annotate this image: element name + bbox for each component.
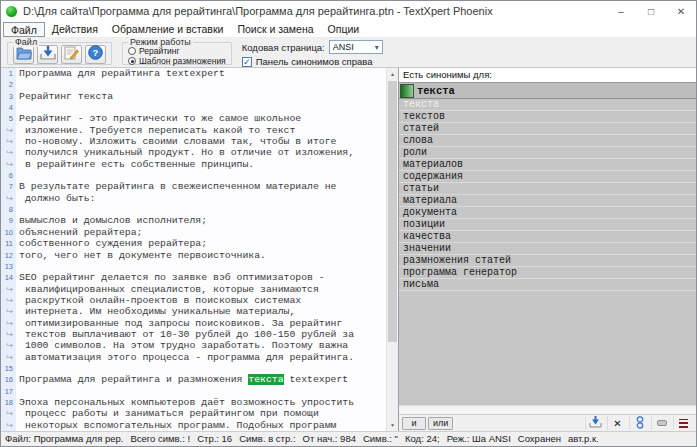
wrap-icon: ↪ — [1, 147, 16, 158]
save-button[interactable] — [37, 45, 58, 64]
editor-line-text: некоторых вспомогательных программ. Подо… — [16, 420, 336, 431]
mode-option[interactable]: Шаблон размножения — [128, 56, 226, 66]
line-number: 16 — [1, 374, 16, 385]
maximize-button[interactable]: □ — [636, 1, 666, 21]
chevron-down-icon: ▾ — [375, 43, 379, 52]
editor-row: 18Эпоха персональных компьютеров даёт во… — [1, 397, 386, 408]
synonym-query-row[interactable]: текста — [399, 82, 696, 99]
line-number: 5 — [1, 113, 16, 124]
help-button[interactable]: ? — [85, 45, 106, 64]
wrap-icon: ↪ — [1, 295, 16, 306]
eraser-button[interactable] — [651, 416, 671, 430]
synonym-item[interactable]: статьи — [399, 183, 696, 195]
open-button[interactable] — [13, 45, 34, 64]
editor-scrollbar[interactable]: ▲ ▼ — [386, 68, 398, 431]
synonym-item[interactable]: позиции — [399, 219, 696, 231]
menu-item[interactable]: Действия — [45, 22, 105, 37]
app-icon — [6, 6, 17, 17]
synonyms-list: текстатекстовстатейсловаролиматериаловсо… — [399, 99, 696, 405]
editor-row: 1Программа для рерайтинга textexpert — [1, 68, 386, 79]
chain-button[interactable] — [629, 416, 649, 430]
synonym-item[interactable]: статей — [399, 123, 696, 135]
line-number: 13 — [1, 261, 16, 272]
mode-option[interactable]: Рерайтинг — [128, 46, 226, 56]
wrap-icon: ↪ — [1, 329, 16, 340]
radio-label: Шаблон размножения — [139, 56, 226, 66]
scroll-up-icon[interactable]: ▲ — [387, 68, 398, 80]
open-folder-icon — [16, 46, 32, 63]
menu-item[interactable]: Опции — [321, 22, 367, 37]
synonym-item[interactable]: письма — [399, 279, 696, 291]
wrap-icon: ↪ — [1, 318, 16, 329]
line-number: 11 — [1, 238, 16, 249]
or-button[interactable]: или — [428, 417, 453, 430]
synonym-item[interactable]: содержания — [399, 171, 696, 183]
synonyms-hscrollbar[interactable] — [399, 405, 696, 414]
radio-icon[interactable] — [128, 57, 136, 65]
editor-row: 6 — [1, 170, 386, 181]
list-button[interactable] — [673, 416, 693, 430]
synonym-item[interactable]: программа генератор — [399, 267, 696, 279]
status-segment: Сохранен — [518, 433, 561, 444]
editor-row: 11собственного суждения рерайтера; — [1, 238, 386, 249]
synonym-item[interactable]: текста — [399, 99, 696, 111]
scrollbar-thumb[interactable] — [388, 81, 397, 342]
synonym-item[interactable]: текстов — [399, 111, 696, 123]
synonym-item[interactable]: слова — [399, 135, 696, 147]
notes-button[interactable] — [61, 45, 82, 64]
menu-item[interactable]: Обрамление и вставки — [105, 22, 231, 37]
editor-row: ↪ некоторых вспомогательных программ. По… — [1, 420, 386, 431]
radio-label: Рерайтинг — [139, 46, 180, 56]
synonym-item[interactable]: качества — [399, 231, 696, 243]
codepage-label: Кодовая страница: — [242, 42, 325, 53]
eraser-icon — [657, 420, 667, 426]
synonyms-header: Есть синонимы для: — [399, 68, 696, 82]
text-editor[interactable]: 1Программа для рерайтинга textexpert23Ре… — [1, 68, 398, 431]
editor-line-text — [16, 102, 19, 113]
status-segment: Код: 24; — [405, 433, 440, 444]
editor-row: ↪ должно быть: — [1, 193, 386, 204]
line-number: 18 — [1, 397, 16, 408]
synonym-item[interactable]: материала — [399, 195, 696, 207]
synonym-item[interactable]: документа — [399, 207, 696, 219]
editor-line-text — [16, 261, 19, 272]
synonym-item[interactable]: размножения статей — [399, 255, 696, 267]
editor-line-text: автоматизация этого процесса - программа… — [16, 352, 354, 363]
synonyms-panel-checkbox[interactable]: ✓ — [242, 57, 252, 67]
editor-row: 15 — [1, 363, 386, 374]
wrap-icon: ↪ — [1, 306, 16, 317]
scroll-down-icon[interactable]: ▼ — [387, 419, 398, 431]
editor-line-text: процесс работы и заниматься рерайтингом … — [16, 408, 319, 419]
synonym-item[interactable]: материалов — [399, 159, 696, 171]
editor-line-text — [16, 363, 19, 374]
editor-line-text: квалифицированных специалистов, которые … — [16, 284, 319, 295]
editor-line-text: интернета. Им необходимы уникальные мате… — [16, 306, 295, 317]
synonym-item[interactable]: значении — [399, 243, 696, 255]
file-group-label: Файл — [13, 37, 39, 47]
synonym-marker-icon — [400, 84, 414, 98]
close-button[interactable]: ✕ — [666, 1, 696, 21]
editor-row: 7В результате рерайтинга в свежеиспеченн… — [1, 181, 386, 192]
editor-row: 16Программа для рерайтинга и размножения… — [1, 374, 386, 385]
menu-item[interactable]: Файл — [3, 22, 45, 37]
editor-row: ↪ 1000 символов. На этом трудно заработа… — [1, 340, 386, 351]
menu-item[interactable]: Поиск и замена — [230, 22, 320, 37]
file-group: Файл ? — [7, 42, 112, 65]
menubar: ФайлДействияОбрамление и вставкиПоиск и … — [1, 21, 696, 38]
status-segment: Стр.: 16 — [197, 433, 232, 444]
line-number: 17 — [1, 386, 16, 397]
codepage-select[interactable]: ANSI ▾ — [329, 40, 383, 54]
delete-button[interactable]: ✕ — [607, 416, 627, 430]
editor-line-text: Программа для рерайтинга textexpert — [16, 68, 225, 79]
window-title: D:\Для сайта\Программа для рерайтинга\Пр… — [23, 5, 606, 17]
synonym-item[interactable]: роли — [399, 147, 696, 159]
editor-lines: 1Программа для рерайтинга textexpert23Ре… — [1, 68, 386, 431]
and-button[interactable]: и — [402, 417, 426, 430]
chain-icon — [635, 416, 645, 431]
minimize-button[interactable]: – — [606, 1, 636, 21]
save-synonyms-button[interactable] — [585, 416, 605, 430]
radio-icon[interactable] — [128, 47, 136, 55]
editor-row: ↪ раскруткой онлайн-проектов в поисковых… — [1, 295, 386, 306]
editor-line-text: текстов выплачивают от 10-30 рублей до 1… — [16, 329, 354, 340]
line-number: 7 — [1, 181, 16, 192]
